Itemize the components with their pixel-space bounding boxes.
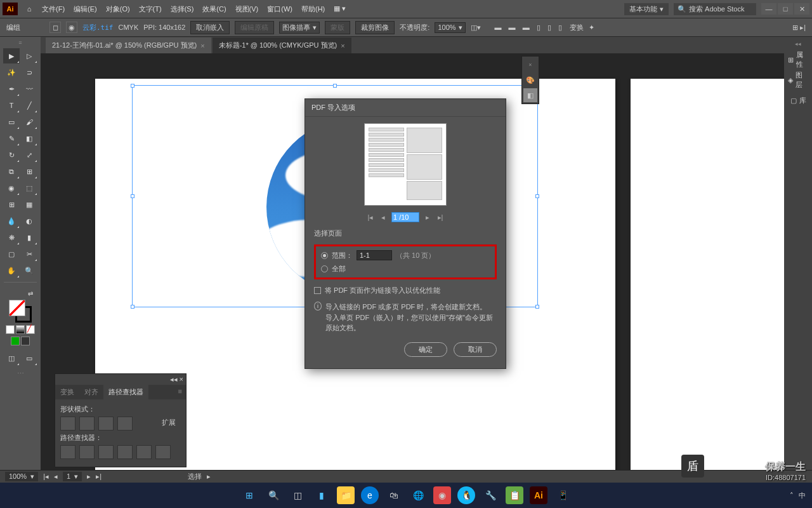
- close-icon[interactable]: ×: [200, 42, 204, 50]
- width-tool[interactable]: ⧉: [3, 164, 20, 179]
- blend-tool[interactable]: ◐: [21, 213, 37, 229]
- type-tool[interactable]: T: [3, 98, 20, 113]
- ai-task-icon[interactable]: Ai: [530, 486, 547, 504]
- store-icon[interactable]: 🛍: [385, 486, 403, 504]
- rotate-tool[interactable]: ↻: [3, 147, 20, 163]
- eyedropper-tool[interactable]: 💧: [3, 213, 20, 229]
- nav-last-icon[interactable]: ▸|: [96, 472, 102, 481]
- color-mode-none[interactable]: ╱: [26, 325, 35, 334]
- page-input[interactable]: 1 /10: [391, 212, 419, 222]
- tool-icon[interactable]: 🔧: [481, 486, 499, 504]
- edge-icon[interactable]: e: [361, 486, 379, 504]
- pen-tool[interactable]: ✒: [3, 81, 20, 97]
- crop-button[interactable]: 裁剪图像: [355, 21, 395, 34]
- screen-mode[interactable]: ▭: [21, 351, 37, 366]
- selection-tool[interactable]: ▶: [3, 48, 20, 64]
- mini-panel[interactable]: × 🎨 ◧: [521, 56, 539, 104]
- pf-tab-transform[interactable]: 变换: [55, 385, 79, 399]
- menu-object[interactable]: 对象(O): [106, 4, 130, 14]
- transform-label[interactable]: 变换: [570, 23, 584, 32]
- panel-properties[interactable]: ⊞ 属性: [788, 52, 808, 67]
- menu-edit[interactable]: 编辑(E): [74, 4, 97, 14]
- taskview-icon[interactable]: ◫: [289, 486, 306, 504]
- tab-1[interactable]: 21-12-王鸿伟-01.ai* @ 150% (RGB/GPU 预览)×: [46, 37, 211, 53]
- opacity-input[interactable]: 100% ▾: [435, 22, 465, 33]
- home-icon[interactable]: ⌂: [23, 3, 36, 15]
- search-task-icon[interactable]: 🔍: [265, 486, 282, 504]
- symbol-tool[interactable]: ❋: [3, 230, 20, 245]
- phone-icon[interactable]: 📱: [554, 486, 572, 504]
- gradient-tool[interactable]: ▦: [21, 197, 37, 212]
- nav-next-icon[interactable]: ▸: [87, 472, 91, 481]
- minimize-button[interactable]: —: [761, 3, 776, 15]
- lasso-tool[interactable]: ⊃: [21, 65, 37, 80]
- search-stock[interactable]: 🔍 搜索 Adobe Stock: [674, 3, 756, 15]
- free-transform-tool[interactable]: ⊞: [21, 164, 37, 179]
- widgets-icon[interactable]: ▮: [313, 486, 331, 504]
- prev-page-icon[interactable]: ◂: [379, 213, 388, 222]
- ok-button[interactable]: 确定: [404, 342, 447, 357]
- panel-layers[interactable]: ◈ 图层: [788, 72, 808, 88]
- line-tool[interactable]: ╱: [21, 98, 37, 113]
- screen-mode-normal[interactable]: [11, 337, 20, 345]
- close-button[interactable]: ✕: [794, 3, 809, 15]
- minus-front-icon[interactable]: [79, 417, 95, 431]
- panel-toggle-icon[interactable]: ⊞ ▸|: [792, 23, 806, 32]
- divide-icon[interactable]: [60, 445, 75, 459]
- unembed-button[interactable]: 取消嵌入: [190, 21, 230, 34]
- trim-icon[interactable]: [79, 445, 95, 459]
- link-checkbox[interactable]: [314, 287, 321, 294]
- status-arrow-icon[interactable]: ▸: [207, 472, 211, 481]
- embed-icon[interactable]: ◻: [49, 22, 61, 33]
- unite-icon[interactable]: [60, 417, 75, 431]
- menu-layout-icon[interactable]: ▦ ▾: [334, 4, 346, 14]
- swatch-icon[interactable]: ◧: [523, 88, 537, 102]
- all-radio[interactable]: [321, 265, 328, 272]
- cancel-button[interactable]: 取消: [454, 342, 497, 357]
- chrome-icon[interactable]: 🌐: [409, 486, 427, 504]
- menu-file[interactable]: 文件(F): [42, 4, 65, 14]
- merge-icon[interactable]: [98, 445, 114, 459]
- panel-collapse-icon[interactable]: ◂◂: [170, 375, 178, 384]
- panel-menu-icon[interactable]: ≡: [174, 385, 186, 399]
- start-icon[interactable]: ⊞: [240, 486, 258, 504]
- rectangle-tool[interactable]: ▭: [3, 114, 20, 130]
- tray-ime-icon[interactable]: 中: [799, 491, 806, 500]
- menu-select[interactable]: 选择(S): [171, 4, 194, 14]
- zoom-tool[interactable]: 🔍: [21, 263, 37, 278]
- brush-tool[interactable]: 🖌: [21, 114, 37, 130]
- first-page-icon[interactable]: |◂: [366, 213, 375, 222]
- range-radio[interactable]: [321, 252, 328, 259]
- pathfinder-panel[interactable]: ◂◂ × 变换 对齐 路径查找器 ≡ 形状模式： 扩展 路径查找器：: [55, 373, 187, 467]
- zoom-dropdown[interactable]: 100% ▾: [5, 472, 38, 481]
- hand-tool[interactable]: ✋: [3, 263, 20, 278]
- maximize-button[interactable]: □: [778, 3, 793, 15]
- isolate-icon[interactable]: ✦: [589, 23, 594, 32]
- outline-icon[interactable]: [136, 445, 152, 459]
- shape-builder-tool[interactable]: ◉: [3, 180, 20, 196]
- linked-file[interactable]: 云彩.tif: [82, 23, 114, 32]
- qq-icon[interactable]: 🐧: [457, 486, 475, 504]
- align-icons[interactable]: ▬ ▬ ▬ ▯ ▯ ▯: [495, 23, 565, 32]
- panel-close-icon[interactable]: ×: [180, 375, 183, 384]
- perspective-tool[interactable]: ⬚: [21, 180, 37, 196]
- mesh-tool[interactable]: ⊞: [3, 197, 20, 212]
- pf-tab-align[interactable]: 对齐: [79, 385, 103, 399]
- scale-tool[interactable]: ⤢: [21, 147, 37, 163]
- mini-close-icon[interactable]: ×: [523, 58, 537, 72]
- screen-mode-full[interactable]: [21, 337, 30, 345]
- image-trace-dropdown[interactable]: 图像描摹 ▾: [279, 22, 320, 34]
- workspace-dropdown[interactable]: 基本功能▾: [624, 3, 669, 15]
- exclude-icon[interactable]: [117, 417, 133, 431]
- color-controls[interactable]: ⇄ ╱ ◫▭ ⋯: [1, 290, 39, 378]
- pf-tab-pathfinder[interactable]: 路径查找器: [103, 385, 148, 399]
- nav-prev-icon[interactable]: ◂: [54, 472, 58, 481]
- explorer-icon[interactable]: 📁: [337, 486, 355, 504]
- next-page-icon[interactable]: ▸: [423, 213, 432, 222]
- range-input[interactable]: 1-1: [357, 250, 392, 260]
- crop-pf-icon[interactable]: [117, 445, 133, 459]
- color-icon[interactable]: 🎨: [523, 73, 537, 87]
- eraser-tool[interactable]: ◧: [21, 131, 37, 146]
- app-icon[interactable]: ◉: [433, 486, 451, 504]
- minus-back-icon[interactable]: [155, 445, 171, 459]
